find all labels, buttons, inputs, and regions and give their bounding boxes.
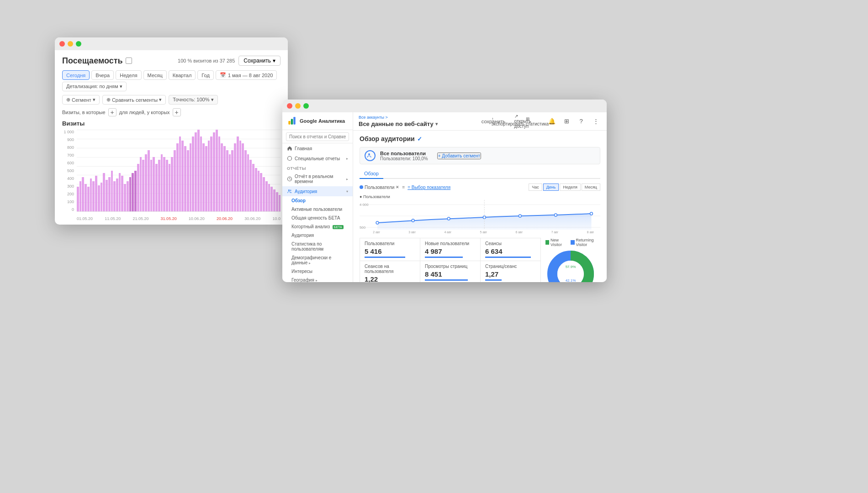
- chevron-right-icon: ▸: [346, 157, 348, 161]
- tab-today[interactable]: Сегодня: [62, 70, 90, 80]
- time-tab-hour[interactable]: Час: [529, 184, 542, 191]
- chart-bar: [184, 146, 186, 211]
- realtime-label: Отчёт в реальном времени: [295, 174, 344, 184]
- titlebar2: [282, 100, 607, 112]
- segment-button[interactable]: ⊕ Сегмент ▾: [62, 95, 100, 105]
- select-metric-button[interactable]: = Выбор показателя: [408, 185, 450, 190]
- add-filter2-button[interactable]: +: [173, 108, 181, 116]
- filter-row: ⊕ Сегмент ▾ ⊕ Сравнить сегменты ▾ Точнос…: [62, 95, 281, 105]
- audience-title: Обзор аудитории ✓: [360, 135, 422, 142]
- svg-point-24: [519, 215, 521, 217]
- sessions-label: Сеансы: [485, 241, 536, 246]
- users-metric-pill[interactable]: Пользователи ✕: [360, 185, 399, 190]
- chart-bar: [82, 177, 84, 211]
- audience-title-text: Обзор аудитории: [360, 135, 415, 142]
- add-filter-button[interactable]: +: [108, 108, 116, 116]
- close-dot[interactable]: [59, 41, 65, 47]
- chart-bar: [216, 130, 218, 211]
- tab-overview[interactable]: Обзор: [360, 169, 383, 179]
- ga-search-input[interactable]: [286, 132, 349, 141]
- apps-button[interactable]: ⊞: [561, 116, 572, 127]
- export-button[interactable]: ↑ экспортировать: [503, 116, 513, 127]
- chart-bar: [169, 164, 171, 211]
- donut-chart-svg: 57.9% 42.1%: [545, 249, 596, 282]
- tab-yesterday[interactable]: Вчера: [91, 70, 114, 80]
- date-range-button[interactable]: 📅 1 мая — 8 авг 2020: [216, 70, 277, 80]
- geo-label: География: [291, 278, 314, 282]
- view-title[interactable]: Все данные по веб-сайту ▾: [359, 121, 438, 127]
- notification-button[interactable]: 🔔: [546, 116, 557, 127]
- svg-point-3: [288, 157, 292, 161]
- maximize-dot2[interactable]: [303, 103, 309, 109]
- svg-text:4 авг: 4 авг: [444, 231, 451, 234]
- chart-bar: [166, 160, 168, 211]
- audience-icon: [287, 189, 292, 194]
- sidebar-item-realtime[interactable]: Отчёт в реальном времени ▸: [282, 172, 353, 186]
- minimize-dot[interactable]: [68, 41, 73, 47]
- users-label: Пользователи: [365, 241, 415, 246]
- ga-main-content: Все аккаунты > Все данные по веб-сайту ▾…: [353, 112, 607, 282]
- svg-text:6 авг: 6 авг: [516, 231, 523, 234]
- sidebar-item-cohort[interactable]: Когортный анализ БЕТА: [282, 222, 353, 231]
- metric-sessions: Сеансы 6 634: [481, 238, 540, 261]
- save-button[interactable]: Сохранить ▾: [238, 56, 281, 66]
- sidebar-item-special[interactable]: Специальные отчеты ▸: [282, 153, 353, 163]
- chart-bar: [174, 150, 176, 211]
- detail-label: Детализация: по дням: [66, 84, 118, 89]
- new-visitor-legend: New Visitor: [545, 238, 567, 247]
- tab-quarter[interactable]: Квартал: [169, 70, 196, 80]
- sidebar-item-geo[interactable]: География ▸: [282, 276, 353, 282]
- titlebar1: [55, 37, 288, 50]
- chart-bar: [239, 141, 242, 211]
- chevron-right-icon: ▸: [309, 261, 311, 265]
- chevron-down-icon: ▾: [120, 84, 122, 89]
- more-button[interactable]: ⋮: [590, 116, 601, 127]
- compare-segments-button[interactable]: ⊕ Сравнить сегменты ▾: [102, 95, 166, 105]
- tab-week[interactable]: Неделя: [116, 70, 141, 80]
- topbar-actions: сохранить ↑ экспортировать ↗ открыть дос…: [488, 116, 601, 127]
- maximize-dot[interactable]: [76, 41, 81, 47]
- svg-text:4 000: 4 000: [360, 203, 369, 207]
- pageviews-value: 8 451: [425, 270, 476, 278]
- time-tab-week[interactable]: Неделя: [560, 184, 580, 191]
- add-segment-button[interactable]: + Добавить сегмент: [437, 152, 481, 159]
- time-tab-day[interactable]: День: [543, 184, 559, 191]
- chart-bar: [127, 181, 129, 211]
- close-dot2[interactable]: [287, 103, 292, 109]
- help-button[interactable]: ?: [576, 116, 587, 127]
- blue-dot: [360, 185, 363, 189]
- chart-bar: [242, 143, 244, 211]
- sessions-value: 6 634: [485, 247, 536, 255]
- sidebar-item-active-users[interactable]: Активные пользователи: [282, 205, 353, 214]
- sidebar-item-audience[interactable]: Аудитория ▾: [282, 186, 353, 196]
- topbar-left: Все аккаунты > Все данные по веб-сайту ▾: [359, 115, 438, 127]
- pageviews-label: Просмотры страниц: [425, 264, 476, 269]
- chart-bar: [190, 143, 192, 211]
- overview-label: Обзор: [291, 198, 306, 203]
- sidebar-item-audience-sub[interactable]: Аудитория: [282, 231, 353, 240]
- stats-button[interactable]: ⊞ статистика: [532, 116, 543, 127]
- sidebar-item-lifetime-value[interactable]: Общая ценность БЕТА: [282, 214, 353, 222]
- chart-bar: [85, 184, 87, 211]
- sidebar-item-overview[interactable]: Обзор: [282, 196, 353, 205]
- users-pill-label: Пользователи: [365, 185, 394, 190]
- minimize-dot2[interactable]: [295, 103, 301, 109]
- tab-year[interactable]: Год: [197, 70, 214, 80]
- save-label: Сохранить: [243, 58, 271, 64]
- date-range-text: 1 мая — 8 авг 2020: [228, 73, 273, 78]
- accuracy-button[interactable]: Точность: 100% ▾: [169, 95, 217, 105]
- sidebar-item-user-stats[interactable]: Статистика по пользователям: [282, 240, 353, 253]
- x-label: 21.05.20: [132, 216, 148, 221]
- window1-content: Посещаемость 100 % визитов из 37 285 Сох…: [55, 50, 288, 225]
- sidebar-item-home[interactable]: Главная: [282, 143, 353, 153]
- bar-chart-bars: [77, 130, 281, 212]
- detail-button[interactable]: Детализация: по дням ▾: [62, 82, 127, 91]
- chevron-right-icon: ▸: [316, 278, 318, 282]
- sidebar-item-interests[interactable]: Интересы: [282, 267, 353, 276]
- tab-month[interactable]: Месяц: [143, 70, 167, 80]
- equals-separator: =: [402, 185, 405, 190]
- sidebar-item-demographics[interactable]: Демографически е данные ▸: [282, 253, 353, 267]
- chart-bar: [148, 150, 150, 211]
- time-tab-month[interactable]: Месяц: [582, 184, 600, 191]
- new-visitor-color: [545, 240, 549, 245]
